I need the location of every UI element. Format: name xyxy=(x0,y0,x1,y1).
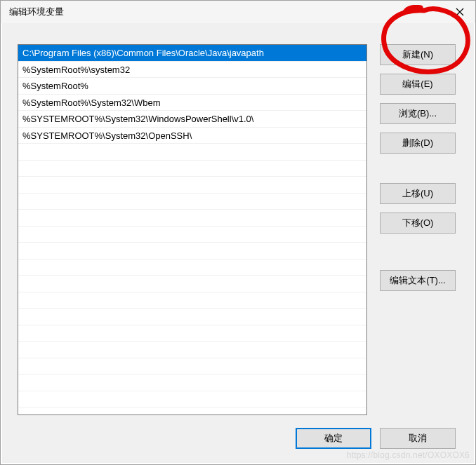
list-item xyxy=(18,391,366,408)
dialog-title: 编辑环境变量 xyxy=(9,6,64,18)
list-item xyxy=(18,144,366,161)
dialog-footer: 确定 取消 xyxy=(296,428,456,449)
side-buttons: 新建(N) 编辑(E) 浏览(B)... 删除(D) 上移(U) 下移(O) 编… xyxy=(380,44,456,415)
list-item[interactable]: %SYSTEMROOT%\System32\OpenSSH\ xyxy=(18,128,366,144)
list-item[interactable]: %SYSTEMROOT%\System32\WindowsPowerShell\… xyxy=(18,111,366,128)
list-item xyxy=(18,309,366,325)
list-item xyxy=(18,161,366,177)
close-button[interactable] xyxy=(444,1,475,23)
move-up-button[interactable]: 上移(U) xyxy=(380,183,456,204)
list-item xyxy=(18,243,366,260)
delete-button[interactable]: 删除(D) xyxy=(380,133,456,154)
list-item xyxy=(18,325,366,342)
move-down-button[interactable]: 下移(O) xyxy=(380,213,456,234)
list-item[interactable]: %SystemRoot%\System32\Wbem xyxy=(18,95,366,112)
list-item xyxy=(18,375,366,391)
edit-env-var-dialog: 编辑环境变量 C:\Program Files (x86)\Common Fil… xyxy=(0,0,476,465)
cancel-button[interactable]: 取消 xyxy=(380,428,456,449)
ok-button[interactable]: 确定 xyxy=(296,428,371,449)
list-item xyxy=(18,210,366,227)
list-item xyxy=(18,227,366,243)
path-list[interactable]: C:\Program Files (x86)\Common Files\Orac… xyxy=(18,44,367,415)
edit-text-button[interactable]: 编辑文本(T)... xyxy=(380,270,456,291)
edit-button[interactable]: 编辑(E) xyxy=(380,74,456,95)
list-item[interactable]: %SystemRoot%\system32 xyxy=(18,62,366,79)
list-item[interactable]: C:\Program Files (x86)\Common Files\Orac… xyxy=(18,45,366,62)
content-area: C:\Program Files (x86)\Common Files\Orac… xyxy=(18,44,456,415)
list-item xyxy=(18,194,366,210)
list-item xyxy=(18,292,366,309)
list-item xyxy=(18,342,366,358)
list-item[interactable]: %SystemRoot% xyxy=(18,78,366,95)
watermark: https://blog.csdn.net/OXOXOX6 xyxy=(347,450,470,460)
list-item xyxy=(18,260,366,276)
list-item xyxy=(18,177,366,194)
list-item xyxy=(18,276,366,292)
titlebar: 编辑环境变量 xyxy=(1,1,475,23)
list-item xyxy=(18,358,366,375)
new-button[interactable]: 新建(N) xyxy=(380,44,456,65)
close-icon xyxy=(456,8,464,16)
browse-button[interactable]: 浏览(B)... xyxy=(380,103,456,124)
